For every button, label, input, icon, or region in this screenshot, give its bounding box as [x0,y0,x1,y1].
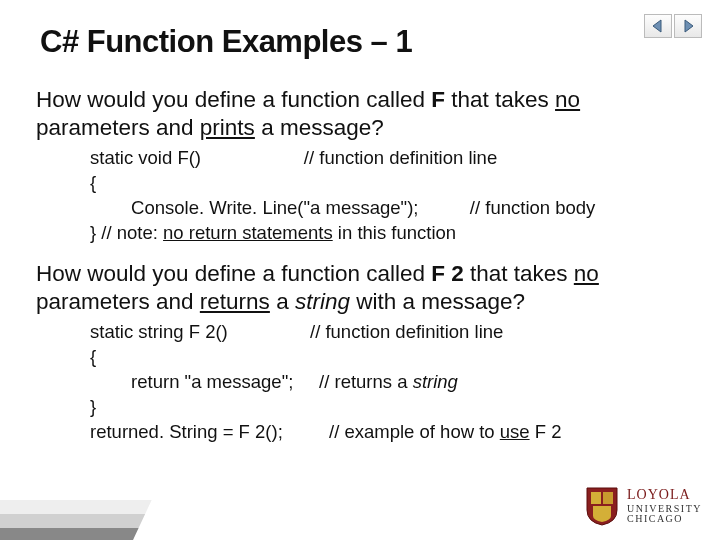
bullet-item: How would you define a function called F… [28,260,692,445]
code-line: return "a message"; // returns a string [90,370,692,395]
code-block: static string F 2() // function definiti… [90,320,692,445]
code-line: } // note: no return statements in this … [90,221,692,246]
prev-slide-button[interactable] [644,14,672,38]
next-slide-button[interactable] [674,14,702,38]
code-line: static string F 2() // function definiti… [90,320,692,345]
code-line: Console. Write. Line("a message"); // fu… [90,196,692,221]
svg-marker-0 [653,20,661,32]
logo-text-line3: CHICAGO [627,514,702,524]
bullet-text: How would you define a function called F… [36,260,692,316]
slide-title: C# Function Examples – 1 [40,24,412,60]
code-line: { [90,171,692,196]
code-block: static void F() // function definition l… [90,146,692,246]
code-line: } [90,395,692,420]
shield-icon [585,486,619,526]
svg-marker-1 [685,20,693,32]
bullet-item: How would you define a function called F… [28,86,692,246]
logo-text-line1: LOYOLA [627,488,702,502]
slide-content: How would you define a function called F… [28,86,692,459]
bullet-text: How would you define a function called F… [36,86,692,142]
university-logo: LOYOLA UNIVERSITY CHICAGO [585,486,702,526]
code-line: static void F() // function definition l… [90,146,692,171]
code-line: returned. String = F 2(); // example of … [90,420,692,445]
accent-stripe [0,500,152,540]
code-line: { [90,345,692,370]
nav-buttons [644,14,702,38]
